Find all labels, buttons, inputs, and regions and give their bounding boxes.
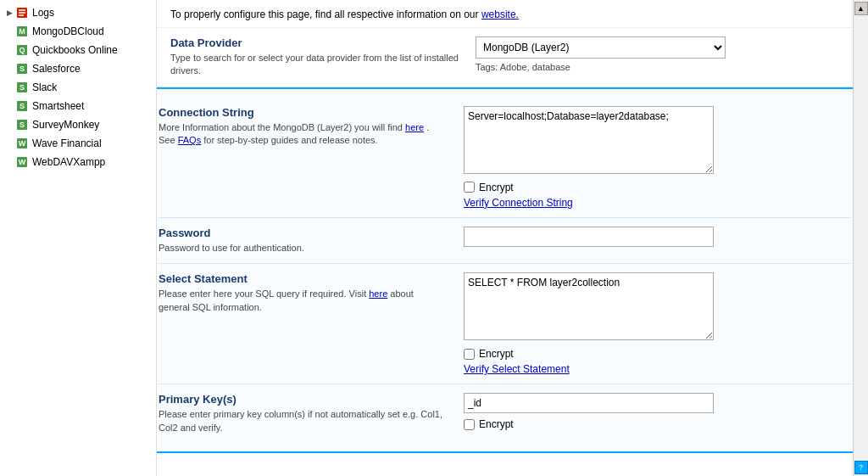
sidebar-item-mongodbcloud[interactable]: ▶ M MongoDBCloud xyxy=(0,22,156,41)
connection-encrypt-row: Encrypt xyxy=(464,182,851,193)
data-provider-section: Data Provider Type to search for or sele… xyxy=(157,28,853,87)
dp-tags: Tags: Adobe, database xyxy=(476,62,839,72)
dp-desc: Type to search for or select your data p… xyxy=(170,52,476,78)
sidebar: ▶ Logs ▶ M MongoDBCloud ▶ Q Quickbooks O… xyxy=(0,0,157,476)
sidebar-item-wavefinancial[interactable]: ▶ W Wave Financial xyxy=(0,134,156,153)
right-bar: ▲ ? xyxy=(853,0,868,476)
main-content: To properly configure this page, find al… xyxy=(157,0,853,476)
primary-keys-content: _id Encrypt xyxy=(464,393,851,430)
svg-text:M: M xyxy=(19,27,25,36)
connection-string-label: Connection String More Information about… xyxy=(159,106,464,148)
svg-text:W: W xyxy=(19,158,26,166)
primary-encrypt-label: Encrypt xyxy=(479,418,514,430)
select-statement-label: Select Statement Please enter here your … xyxy=(159,272,464,314)
select-statement-title: Select Statement xyxy=(159,272,447,285)
select-statement-desc: Please enter here your SQL query if requ… xyxy=(159,288,447,314)
verify-connection-link[interactable]: Verify Connection String xyxy=(464,197,851,209)
website-link[interactable]: website. xyxy=(481,8,519,20)
password-desc: Password to use for authentication. xyxy=(159,242,447,255)
connection-string-faq-link[interactable]: FAQs xyxy=(178,135,202,145)
select-statement-content: Encrypt Verify Select Statement xyxy=(464,272,851,375)
arrow-icon: ▶ xyxy=(5,8,14,17)
logs-icon xyxy=(15,6,29,20)
dp-label: Data Provider Type to search for or sele… xyxy=(170,36,476,78)
blue-box: Connection String More Information about… xyxy=(157,87,853,453)
primary-keys-section: Primary Key(s) Please enter primary key … xyxy=(159,384,851,443)
quickbooks-icon: Q xyxy=(15,43,29,57)
sidebar-item-label: SurveyMonkey xyxy=(32,119,99,131)
svg-text:Q: Q xyxy=(19,46,25,54)
password-section: Password Password to use for authenticat… xyxy=(159,218,851,264)
primary-keys-title: Primary Key(s) xyxy=(159,393,447,406)
sidebar-item-logs[interactable]: ▶ Logs xyxy=(0,3,156,22)
sidebar-item-slack[interactable]: ▶ S Slack xyxy=(0,78,156,97)
connection-encrypt-checkbox[interactable] xyxy=(464,182,475,193)
password-label: Password Password to use for authenticat… xyxy=(159,227,464,255)
sidebar-item-label: Wave Financial xyxy=(32,137,102,149)
password-content xyxy=(464,227,851,247)
svg-text:S: S xyxy=(19,102,25,110)
dp-title: Data Provider xyxy=(170,36,476,49)
primary-keys-label: Primary Key(s) Please enter primary key … xyxy=(159,393,464,434)
primary-encrypt-row: Encrypt xyxy=(464,418,851,430)
connection-encrypt-label: Encrypt xyxy=(479,182,514,193)
password-input[interactable] xyxy=(464,227,714,247)
help-button[interactable]: ? xyxy=(854,461,868,474)
sidebar-item-label: Smartsheet xyxy=(32,100,84,112)
connection-string-title: Connection String xyxy=(159,106,447,119)
sidebar-item-label: Slack xyxy=(32,81,57,93)
salesforce-icon: S xyxy=(15,62,29,76)
sidebar-item-quickbooks[interactable]: ▶ Q Quickbooks Online xyxy=(0,41,156,59)
data-provider-select[interactable]: MongoDB (Layer2) SQL Server MySQL Postgr… xyxy=(476,36,726,59)
select-statement-textarea[interactable] xyxy=(464,272,714,340)
svg-text:S: S xyxy=(19,64,25,73)
surveymonkey-icon: S xyxy=(15,118,29,132)
primary-keys-input[interactable]: _id xyxy=(464,393,714,413)
select-statement-here-link[interactable]: here xyxy=(369,288,387,299)
webdavxampp-icon: W xyxy=(15,155,29,169)
connection-string-content: Encrypt Verify Connection String xyxy=(464,106,851,209)
connection-string-textarea[interactable] xyxy=(464,106,714,174)
verify-select-link[interactable]: Verify Select Statement xyxy=(464,363,851,375)
sidebar-item-label: MongoDBCloud xyxy=(32,25,104,37)
select-statement-section: Select Statement Please enter here your … xyxy=(159,264,851,384)
sidebar-item-smartsheet[interactable]: ▶ S Smartsheet xyxy=(0,97,156,115)
sidebar-item-surveymonkey[interactable]: ▶ S SurveyMonkey xyxy=(0,115,156,134)
slack-icon: S xyxy=(15,81,29,94)
dp-content: MongoDB (Layer2) SQL Server MySQL Postgr… xyxy=(476,36,839,72)
sidebar-item-webdavxampp[interactable]: ▶ W WebDAVXampp xyxy=(0,153,156,171)
connection-string-here-link[interactable]: here xyxy=(405,122,424,132)
select-encrypt-checkbox[interactable] xyxy=(464,349,475,360)
select-encrypt-row: Encrypt xyxy=(464,348,851,360)
svg-text:S: S xyxy=(19,120,25,129)
info-text: To properly configure this page, find al… xyxy=(170,8,519,20)
svg-text:S: S xyxy=(19,83,25,92)
wavefinancial-icon: W xyxy=(15,137,29,150)
sidebar-item-salesforce[interactable]: ▶ S Salesforce xyxy=(0,59,156,78)
connection-string-desc: More Information about the MongoDB (Laye… xyxy=(159,121,447,148)
password-title: Password xyxy=(159,227,447,239)
svg-text:W: W xyxy=(19,139,26,148)
connection-string-section: Connection String More Information about… xyxy=(159,98,851,218)
select-encrypt-label: Encrypt xyxy=(479,348,514,360)
sidebar-item-label: Salesforce xyxy=(32,63,81,75)
smartsheet-icon: S xyxy=(15,99,29,113)
mongodbcloud-icon: M xyxy=(15,25,29,38)
sidebar-item-label: WebDAVXampp xyxy=(32,156,105,168)
primary-keys-desc: Please enter primary key column(s) if no… xyxy=(159,408,447,434)
sidebar-item-label: Logs xyxy=(32,7,54,19)
sidebar-item-label: Quickbooks Online xyxy=(32,44,118,56)
primary-encrypt-checkbox[interactable] xyxy=(464,419,475,430)
scrollbar-up[interactable]: ▲ xyxy=(854,2,868,15)
